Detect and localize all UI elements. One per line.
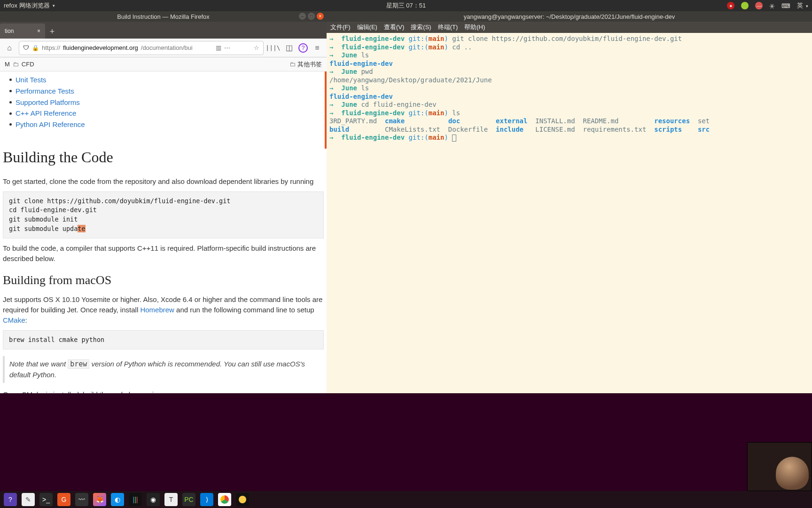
menu-file[interactable]: 文件(F) [330, 23, 351, 32]
url-path: /documentation/bui [141, 44, 193, 51]
browser-tab[interactable]: tion × [0, 24, 45, 39]
webcam-overlay [747, 442, 812, 491]
help-icon[interactable]: ? [298, 43, 308, 53]
maximize-button[interactable]: □ [308, 13, 315, 20]
close-button[interactable]: × [317, 13, 324, 20]
url-domain: fluidenginedevelopment.org [63, 44, 138, 51]
dock-obs-icon[interactable]: ◉ [147, 493, 160, 506]
inline-code: brew [68, 359, 89, 369]
dock-todesk-icon[interactable]: ◐ [111, 493, 124, 506]
dock-paraview-icon[interactable]: ||| [129, 493, 142, 506]
terminal-window-title: yangwang@yangwangserver: ~/Desktop/gradu… [464, 13, 675, 20]
dock: ? ✎ >_ G 〰 🦊 ◐ ||| ◉ T PC ⟩ [0, 491, 812, 508]
firefox-window: Build Instruction — Mozilla Firefox – □ … [0, 11, 327, 393]
section-heading: Building the Code [3, 146, 324, 168]
terminal-body[interactable]: → fluid-engine-dev git:(main) git clone … [327, 33, 812, 393]
app-menu-label: refox 网络浏览器 [4, 1, 50, 10]
bookmark-folder[interactable]: CFD [22, 61, 34, 68]
dock-chrome-icon[interactable] [218, 493, 231, 506]
terminal-window: yangwang@yangwangserver: ~/Desktop/gradu… [327, 11, 812, 393]
reader-mode-icon[interactable]: ▥ [216, 44, 221, 51]
dock-editor-icon[interactable]: ✎ [22, 493, 35, 506]
toc-link[interactable]: Unit Tests [16, 75, 47, 85]
dock-help-icon[interactable]: ? [4, 493, 17, 506]
dock-app-icon[interactable]: G [57, 493, 70, 506]
dock-pycharm-icon[interactable]: PC [182, 493, 195, 506]
code-block[interactable]: git clone https://github.com/doyubkim/fl… [3, 191, 324, 238]
system-menubar: refox 网络浏览器 ▾ 星期三 07：51 ● — ⚹ ⌨ 英 ▾ [0, 0, 812, 11]
bookmark-star-icon[interactable]: ☆ [254, 44, 259, 51]
folder-icon: 🗀 [289, 61, 296, 68]
link-cmake[interactable]: CMake [3, 316, 25, 324]
tab-strip: tion × + [0, 22, 327, 39]
other-bookmarks[interactable]: 其他书签 [297, 60, 322, 69]
folder-icon: 🗀 [13, 61, 19, 68]
webcam-feed [776, 457, 809, 490]
dock-text-icon[interactable]: T [164, 493, 178, 506]
terminal-cursor [452, 135, 456, 142]
text-selection: te [78, 225, 85, 232]
paragraph: Jet supports OS X 10.10 Yosemite or high… [3, 294, 324, 325]
toc-list: Unit Tests Performance Tests Supported P… [9, 74, 324, 130]
home-button[interactable]: ⌂ [3, 41, 16, 55]
code-block[interactable]: brew install cmake python [3, 330, 324, 350]
dock-terminal-icon[interactable]: >_ [39, 493, 53, 506]
dock-app-icon[interactable] [236, 493, 249, 506]
new-tab-button[interactable]: + [45, 24, 59, 39]
firefox-window-title: Build Instruction — Mozilla Firefox [117, 13, 210, 20]
menu-edit[interactable]: 编辑(E) [357, 23, 377, 32]
url-bar[interactable]: 🛡 🔒 https://fluidenginedevelopment.org/d… [19, 41, 264, 55]
nav-toolbar: ⌂ 🛡 🔒 https://fluidenginedevelopment.org… [0, 39, 327, 57]
clock[interactable]: 星期三 07：51 [386, 1, 426, 10]
dock-vscode-icon[interactable]: ⟩ [200, 493, 213, 506]
tray-recorder-icon[interactable]: ● [727, 2, 734, 9]
link-homebrew[interactable]: Homebrew [140, 306, 174, 314]
bluetooth-icon[interactable]: ⚹ [769, 2, 775, 10]
toc-link[interactable]: Supported Platforms [16, 97, 80, 108]
toc-link[interactable]: Python API Reference [16, 119, 85, 130]
toc-link[interactable]: Performance Tests [16, 86, 74, 96]
url-scheme: https:// [42, 44, 60, 51]
paragraph: Once CMake is installed, build the code … [3, 389, 324, 393]
terminal-titlebar: yangwang@yangwangserver: ~/Desktop/gradu… [327, 11, 812, 22]
menu-view[interactable]: 查看(V) [384, 23, 404, 32]
menu-help[interactable]: 帮助(H) [464, 23, 485, 32]
note-block: Note that we want brew version of Python… [3, 356, 324, 383]
tray-status-icon[interactable] [741, 2, 749, 9]
paragraph: To get started, clone the code from the … [3, 176, 324, 187]
minimize-button[interactable]: – [299, 13, 306, 20]
terminal-menubar: 文件(F) 编辑(E) 查看(V) 搜索(S) 终端(T) 帮助(H) [327, 22, 812, 33]
paragraph: To build the code, a compiler that suppo… [3, 243, 324, 264]
tray-dnd-icon[interactable]: — [755, 2, 763, 9]
firefox-titlebar: Build Instruction — Mozilla Firefox – □ … [0, 11, 327, 22]
page-actions-icon[interactable]: ⋯ [224, 44, 230, 51]
shield-icon[interactable]: 🛡 [23, 44, 29, 51]
library-icon[interactable]: |||\ [266, 41, 280, 55]
bookmarks-toolbar: M 🗀 CFD 🗀 其他书签 [0, 57, 327, 71]
input-lang[interactable]: 英 ▾ [797, 1, 808, 10]
lock-icon[interactable]: 🔒 [32, 45, 39, 51]
chevron-down-icon: ▾ [53, 3, 55, 8]
sidebar-icon[interactable]: ◫ [282, 41, 296, 55]
bookmark-item[interactable]: M [5, 61, 10, 68]
toc-link[interactable]: C++ API Reference [16, 108, 76, 119]
app-menu[interactable]: refox 网络浏览器 ▾ [4, 1, 55, 10]
tab-close-icon[interactable]: × [37, 28, 40, 34]
page-content[interactable]: Unit Tests Performance Tests Supported P… [0, 71, 327, 393]
dock-monitor-icon[interactable]: 〰 [75, 493, 88, 506]
tab-label: tion [5, 28, 14, 34]
menu-search[interactable]: 搜索(S) [411, 23, 431, 32]
section-heading: Building from macOS [3, 271, 324, 289]
menu-terminal[interactable]: 终端(T) [438, 23, 458, 32]
keyboard-icon[interactable]: ⌨ [781, 2, 790, 9]
dock-firefox-icon[interactable]: 🦊 [93, 493, 106, 506]
app-menu-icon[interactable]: ≡ [311, 41, 324, 55]
